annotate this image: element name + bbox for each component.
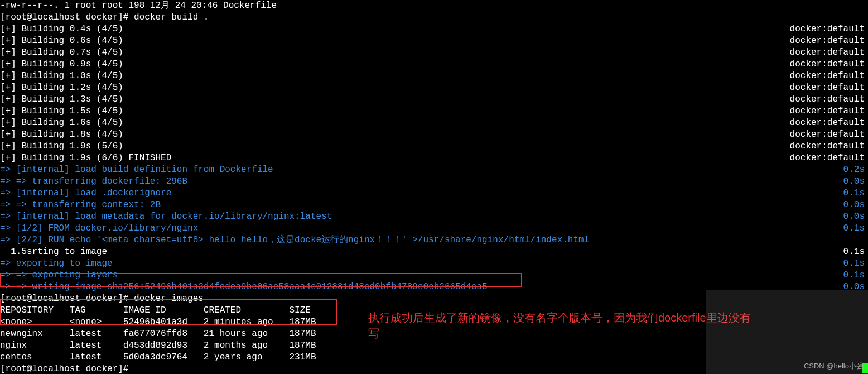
build-progress-line: [+] Building 0.7s (4/5)docker:default xyxy=(0,47,868,59)
build-step-line: => => transferring dockerfile: 296B0.0s xyxy=(0,176,868,188)
export-line: => => exporting layers0.1s xyxy=(0,270,868,281)
prompt-line: [root@localhost docker]# docker build . xyxy=(0,12,868,23)
build-progress-line: [+] Building 0.4s (4/5)docker:default xyxy=(0,23,868,35)
build-progress-line: [+] Building 1.5s (4/5)docker:default xyxy=(0,106,868,117)
build-progress-line: [+] Building 1.6s (4/5)docker:default xyxy=(0,117,868,129)
build-step-line: => => transferring context: 2B0.0s xyxy=(0,199,868,211)
build-step-line: => [internal] load build definition from… xyxy=(0,164,868,176)
build-progress-line: [+] Building 1.9s (5/6)docker:default xyxy=(0,141,868,152)
build-progress-line: [+] Building 0.9s (4/5)docker:default xyxy=(0,59,868,70)
build-progress-line: [+] Building 1.3s (4/5)docker:default xyxy=(0,94,868,106)
file-listing-line: -rw-r--r--. 1 root root 198 12月 24 20:46… xyxy=(0,0,868,12)
build-step-line: => [internal] load .dockerignore0.1s xyxy=(0,188,868,199)
build-progress-line: [+] Building 1.2s (4/5)docker:default xyxy=(0,82,868,94)
annotation-text: 执行成功后生成了新的镜像，没有名字个版本号，因为我们dockerfile里边没有… xyxy=(368,310,759,341)
build-progress-line: [+] Building 0.6s (4/5)docker:default xyxy=(0,35,868,47)
export-line: => exporting to image0.1s xyxy=(0,258,868,270)
mixed-line: 1.5srting to image 0.1s xyxy=(0,246,868,258)
build-progress-line: [+] Building 1.8s (4/5)docker:default xyxy=(0,129,868,141)
watermark-text: CSDN @hello小强 xyxy=(804,360,864,372)
build-progress-line: [+] Building 1.0s (4/5)docker:default xyxy=(0,70,868,82)
build-step-line: => [2/2] RUN echo '<meta charset=utf8> h… xyxy=(0,234,868,246)
build-step-line: => [1/2] FROM docker.io/library/nginx0.1… xyxy=(0,223,868,234)
build-step-line: => [internal] load metadata for docker.i… xyxy=(0,211,868,223)
build-progress-line: [+] Building 1.9s (6/6) FINISHEDdocker:d… xyxy=(0,152,868,164)
